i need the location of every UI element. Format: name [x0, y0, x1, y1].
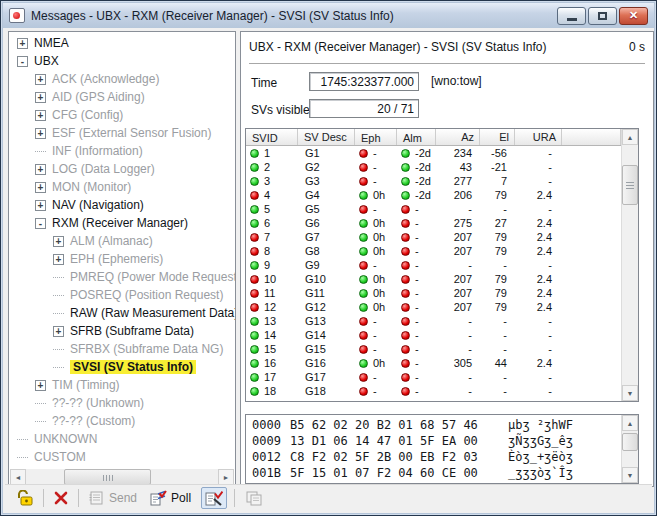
- tree-horizontal-scrollbar[interactable]: ◄ ►: [10, 469, 234, 485]
- expand-icon[interactable]: +: [17, 38, 28, 49]
- expand-icon[interactable]: +: [53, 254, 64, 265]
- expand-icon[interactable]: +: [35, 74, 46, 85]
- tree-item-inf-information[interactable]: INF (Information): [9, 142, 235, 160]
- copy-messages-button[interactable]: [242, 488, 265, 508]
- title-bar[interactable]: Messages - UBX - RXM (Receiver Manager) …: [3, 3, 654, 28]
- restore-button[interactable]: [588, 7, 617, 25]
- sv-row-13[interactable]: 13G13-----: [246, 314, 621, 328]
- scroll-down-button[interactable]: ▼: [622, 385, 638, 401]
- sv-row-12[interactable]: 12G120h-207792.4: [246, 300, 621, 314]
- lock-button[interactable]: [13, 488, 36, 508]
- delete-button[interactable]: [51, 489, 71, 507]
- tree-item-log-data-logger[interactable]: +LOG (Data Logger): [9, 160, 235, 178]
- table-vertical-scrollbar[interactable]: ▲ ▼: [621, 129, 638, 401]
- sv-row-10[interactable]: 10G100h-207792.4: [246, 272, 621, 286]
- expand-icon[interactable]: +: [35, 164, 46, 175]
- time-field[interactable]: 1745:323377.000: [309, 72, 419, 91]
- column-header-el[interactable]: El: [480, 129, 515, 145]
- sv-row-2[interactable]: 2G2--2d43-21-: [246, 160, 621, 174]
- sv-row-18[interactable]: 18G18-----: [246, 384, 621, 398]
- expand-icon[interactable]: +: [35, 110, 46, 121]
- sv-row-6[interactable]: 6G60h-275272.4: [246, 216, 621, 230]
- column-header-az[interactable]: Az: [436, 129, 480, 145]
- sv-row-15[interactable]: 15G15-----: [246, 342, 621, 356]
- sv-status-led-green: [250, 359, 259, 368]
- scrollbar-track[interactable]: [26, 469, 218, 485]
- expand-icon[interactable]: +: [35, 200, 46, 211]
- column-header-eph[interactable]: Eph: [355, 129, 397, 145]
- svid-cell: 6: [246, 217, 298, 229]
- ura-cell: 2.4: [515, 231, 562, 243]
- sv-row-3[interactable]: 3G3--2d2777-: [246, 174, 621, 188]
- tree-item-unknown[interactable]: UNKNOWN: [9, 430, 235, 448]
- column-header-svid[interactable]: SVID: [246, 129, 298, 145]
- tree-item-rxm-receiver-manager[interactable]: -RXM (Receiver Manager): [9, 214, 235, 232]
- sv-row-1[interactable]: 1G1--2d234-56-: [246, 146, 621, 160]
- eph-cell: 0h: [355, 287, 397, 299]
- scroll-up-button[interactable]: ▲: [622, 415, 638, 431]
- tree-item-alm-almanac[interactable]: +ALM (Almanac): [9, 232, 235, 250]
- sv-row-16[interactable]: 16G160h-305442.4: [246, 356, 621, 370]
- alm-cell: -: [397, 343, 436, 355]
- tree-item-cfg-config[interactable]: +CFG (Config): [9, 106, 235, 124]
- collapse-icon[interactable]: -: [17, 56, 28, 67]
- svs-visible-field[interactable]: 20 / 71: [309, 99, 419, 118]
- expand-icon[interactable]: +: [53, 236, 64, 247]
- tree-item-custom[interactable]: CUSTOM: [9, 448, 235, 466]
- tree-item-nav-navigation[interactable]: +NAV (Navigation): [9, 196, 235, 214]
- send-button[interactable]: Send: [86, 489, 140, 508]
- svid-cell: 1: [246, 147, 298, 159]
- scrollbar-thumb[interactable]: [622, 165, 638, 205]
- column-header-ura[interactable]: URA: [515, 129, 562, 145]
- tree-item-posreq-position-request[interactable]: POSREQ (Position Request): [9, 286, 235, 304]
- tree-item-aid-gps-aiding[interactable]: +AID (GPS Aiding): [9, 88, 235, 106]
- poll-button[interactable]: Poll: [147, 488, 194, 508]
- scroll-right-button[interactable]: ►: [218, 469, 234, 485]
- tree-item-label: ESF (External Sensor Fusion): [52, 126, 211, 140]
- tree-item-sfrb-subframe-data[interactable]: +SFRB (Subframe Data): [9, 322, 235, 340]
- tree-item-custom[interactable]: ??-?? (Custom): [9, 412, 235, 430]
- tree-item-pmreq-power-mode-request[interactable]: PMREQ (Power Mode Request): [9, 268, 235, 286]
- scrollbar-thumb[interactable]: [64, 469, 150, 485]
- hex-vertical-scrollbar[interactable]: ▲ ▼: [621, 415, 638, 483]
- sv-row-17[interactable]: 17G17-----: [246, 370, 621, 384]
- scroll-up-button[interactable]: ▲: [622, 129, 638, 145]
- sv-row-14[interactable]: 14G14-----: [246, 328, 621, 342]
- tree-item-mon-monitor[interactable]: +MON (Monitor): [9, 178, 235, 196]
- tree-item-raw-raw-measurement-data[interactable]: RAW (Raw Measurement Data): [9, 304, 235, 322]
- auto-poll-toggle[interactable]: [201, 487, 227, 509]
- tree-item-nmea[interactable]: +NMEA: [9, 34, 235, 52]
- hex-dump[interactable]: 0000B5 62 02 20 B2 01 68 57 46µbʒ ²ʒhWF0…: [246, 417, 621, 483]
- tree-item-ubx[interactable]: -UBX: [9, 52, 235, 70]
- expand-icon[interactable]: +: [53, 326, 64, 337]
- column-header-sv-desc[interactable]: SV Desc: [298, 129, 355, 145]
- tree-item-tim-timing[interactable]: +TIM (Timing): [9, 376, 235, 394]
- tree-item-svsi-sv-status-info[interactable]: SVSI (SV Status Info): [9, 358, 235, 376]
- scrollbar-track[interactable]: [622, 145, 638, 385]
- sv-row-8[interactable]: 8G80h-207792.4: [246, 244, 621, 258]
- scrollbar-track[interactable]: [622, 431, 638, 467]
- expand-icon[interactable]: +: [35, 380, 46, 391]
- collapse-icon[interactable]: -: [35, 218, 46, 229]
- sv-row-5[interactable]: 5G5-----: [246, 202, 621, 216]
- table-header[interactable]: SVIDSV DescEphAlmAzElURA: [246, 129, 621, 146]
- tree-item-ack-acknowledge[interactable]: +ACK (Acknowledge): [9, 70, 235, 88]
- close-button[interactable]: ✕: [619, 7, 648, 25]
- expand-icon[interactable]: +: [35, 92, 46, 103]
- tree-item-unknown[interactable]: ??-?? (Unknown): [9, 394, 235, 412]
- scrollbar-thumb[interactable]: [622, 433, 638, 451]
- scroll-left-button[interactable]: ◄: [10, 469, 26, 485]
- svid-cell: 9: [246, 259, 298, 271]
- scroll-down-button[interactable]: ▼: [622, 467, 638, 483]
- column-header-alm[interactable]: Alm: [397, 129, 436, 145]
- expand-icon[interactable]: +: [35, 182, 46, 193]
- tree-item-sfrbx-subframe-data-ng[interactable]: SFRBX (Subframe Data NG): [9, 340, 235, 358]
- sv-row-4[interactable]: 4G40h-2d206792.4: [246, 188, 621, 202]
- tree-item-esf-external-sensor-fusion[interactable]: +ESF (External Sensor Fusion): [9, 124, 235, 142]
- sv-row-9[interactable]: 9G9-----: [246, 258, 621, 272]
- sv-row-7[interactable]: 7G70h-207792.4: [246, 230, 621, 244]
- minimize-button[interactable]: [557, 7, 586, 25]
- expand-icon[interactable]: +: [35, 128, 46, 139]
- sv-row-11[interactable]: 11G110h-207792.4: [246, 286, 621, 300]
- tree-item-eph-ephemeris[interactable]: +EPH (Ephemeris): [9, 250, 235, 268]
